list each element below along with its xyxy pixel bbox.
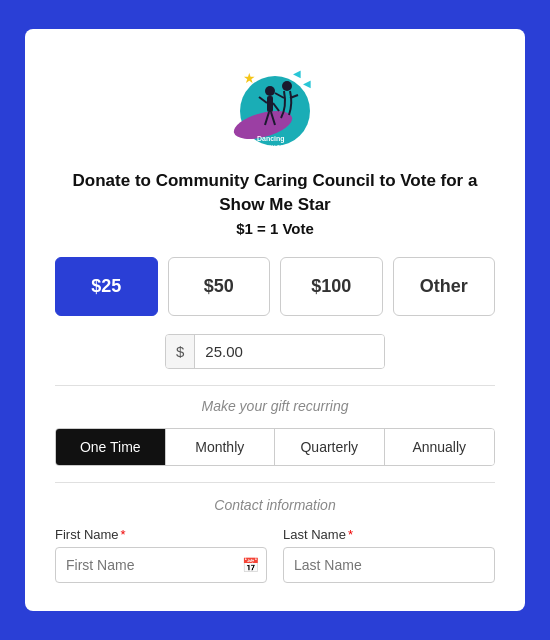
svg-point-5 — [265, 86, 275, 96]
logo-area: ★ ◀ ◀ Dancing SHOWME — [55, 53, 495, 153]
amount-btn-25[interactable]: $25 — [55, 257, 158, 316]
first-name-label: First Name* — [55, 527, 267, 542]
dancing-logo: ★ ◀ ◀ Dancing SHOWME — [215, 53, 335, 153]
fields-row: First Name* 📅 Last Name* — [55, 527, 495, 583]
divider-2 — [55, 482, 495, 483]
amount-input-row: $ — [165, 334, 385, 369]
last-name-group: Last Name* — [283, 527, 495, 583]
amount-input[interactable] — [195, 335, 384, 368]
donation-card: ★ ◀ ◀ Dancing SHOWME — [25, 29, 525, 612]
contact-label: Contact information — [55, 497, 495, 513]
calendar-icon: 📅 — [242, 557, 259, 573]
frequency-tabs: One Time Monthly Quarterly Annually — [55, 428, 495, 466]
freq-btn-quarterly[interactable]: Quarterly — [275, 429, 385, 465]
amount-btn-50[interactable]: $50 — [168, 257, 271, 316]
svg-text:Dancing: Dancing — [257, 135, 285, 143]
page-subtitle: $1 = 1 Vote — [55, 220, 495, 237]
recurring-label: Make your gift recurring — [55, 398, 495, 414]
svg-rect-6 — [267, 96, 273, 112]
freq-btn-monthly[interactable]: Monthly — [166, 429, 276, 465]
svg-point-11 — [282, 81, 292, 91]
first-name-group: First Name* 📅 — [55, 527, 267, 583]
first-name-input[interactable] — [55, 547, 267, 583]
amount-btn-other[interactable]: Other — [393, 257, 496, 316]
freq-btn-annually[interactable]: Annually — [385, 429, 495, 465]
page-title: Donate to Community Caring Council to Vo… — [55, 169, 495, 217]
svg-text:SHOWME: SHOWME — [259, 144, 287, 150]
last-name-label: Last Name* — [283, 527, 495, 542]
currency-prefix: $ — [166, 335, 195, 368]
svg-text:◀: ◀ — [303, 78, 311, 89]
amount-grid: $25 $50 $100 Other — [55, 257, 495, 316]
amount-btn-100[interactable]: $100 — [280, 257, 383, 316]
last-name-input[interactable] — [283, 547, 495, 583]
svg-text:◀: ◀ — [293, 68, 301, 79]
title-area: Donate to Community Caring Council to Vo… — [55, 169, 495, 238]
freq-btn-one-time[interactable]: One Time — [56, 429, 166, 465]
divider-1 — [55, 385, 495, 386]
first-name-wrapper: 📅 — [55, 547, 267, 583]
svg-text:★: ★ — [243, 70, 256, 86]
